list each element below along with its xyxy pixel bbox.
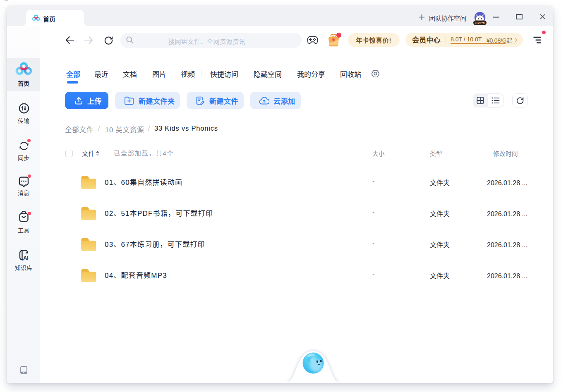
svg-text:SVIP5: SVIP5 xyxy=(475,21,485,25)
svg-text:AI: AI xyxy=(24,255,29,261)
